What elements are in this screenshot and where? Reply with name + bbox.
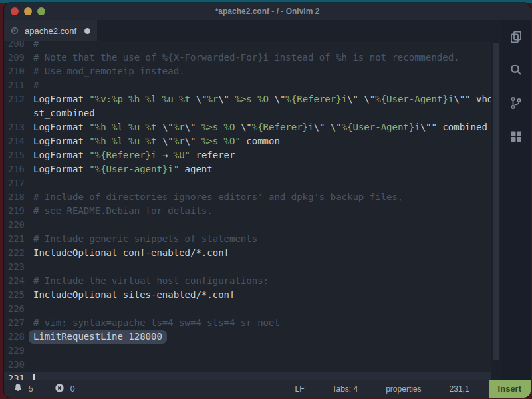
- editor-scrollbar[interactable]: [491, 41, 501, 380]
- code-line-227[interactable]: 227# vim: syntax=apache ts=4 sw=4 sts=4 …: [4, 316, 491, 330]
- code-line-216[interactable]: 216LogFormat "%{User-agent}i" agent: [4, 162, 491, 176]
- traffic-lights: [4, 7, 45, 15]
- close-button[interactable]: [11, 7, 19, 15]
- line-number: 229: [4, 344, 33, 358]
- status-bar: 5 0 LF Tabs: 4 properties 231,1 Insert: [4, 380, 531, 398]
- line-number: 224: [4, 274, 33, 288]
- code-line-223[interactable]: 223: [4, 260, 491, 274]
- minimize-button[interactable]: [24, 7, 32, 15]
- line-number: 209: [4, 51, 33, 65]
- code-line-225[interactable]: 225IncludeOptional sites-enabled/*.conf: [4, 288, 491, 302]
- line-number: 220: [4, 218, 33, 232]
- code-line-228[interactable]: 228LimitRequestLine 128000: [4, 330, 491, 344]
- vim-mode-badge: Insert: [489, 380, 531, 398]
- code-line-209[interactable]: 209# Note that the use of %{X-Forwarded-…: [4, 51, 491, 65]
- code-line-219[interactable]: 219# see README.Debian for details.: [4, 204, 491, 218]
- tab-bar: apache2.conf: [4, 20, 501, 41]
- line-number: 211: [4, 78, 33, 92]
- code-line-222[interactable]: 222IncludeOptional conf-enabled/*.conf: [4, 246, 491, 260]
- highlighted-text-pill: LimitRequestLine 128000: [29, 330, 167, 344]
- code-line-208[interactable]: 208#: [4, 41, 491, 51]
- line-number: 226: [4, 302, 33, 316]
- scrollbar-thumb[interactable]: [493, 43, 499, 360]
- search-icon[interactable]: [501, 53, 531, 86]
- source-control-icon[interactable]: [501, 86, 531, 120]
- line-number: 216: [4, 162, 33, 176]
- copy-pages-icon[interactable]: [501, 20, 531, 53]
- window-title: *apache2.conf - / - Onivim 2: [4, 7, 531, 16]
- titlebar: *apache2.conf - / - Onivim 2: [4, 3, 531, 20]
- code-rows: 208#209# Note that the use of %{X-Forwar…: [4, 41, 491, 380]
- onivim-window: *apache2.conf - / - Onivim 2 apache2.con…: [4, 3, 531, 398]
- line-number: 218: [4, 190, 33, 204]
- modified-dot-icon[interactable]: [84, 28, 90, 34]
- code-line-220[interactable]: 220: [4, 218, 491, 232]
- line-number: 214: [4, 134, 33, 148]
- tab-apache2-conf[interactable]: apache2.conf: [4, 20, 97, 41]
- line-number: [4, 106, 33, 120]
- line-number: 212: [4, 92, 33, 106]
- eol-indicator[interactable]: LF: [281, 384, 318, 394]
- code-line-wrap[interactable]: st_combined: [4, 106, 491, 120]
- errors-indicator[interactable]: 0: [55, 383, 75, 395]
- line-number: 227: [4, 316, 33, 330]
- line-number: 215: [4, 148, 33, 162]
- code-line-212[interactable]: 212LogFormat "%v:%p %h %l %u %t \"%r\" %…: [4, 92, 491, 106]
- filetype-indicator[interactable]: properties: [372, 384, 435, 394]
- notifications-indicator[interactable]: 5: [13, 383, 33, 394]
- line-number: 213: [4, 120, 33, 134]
- indentation-indicator[interactable]: Tabs: 4: [318, 384, 372, 394]
- line-number: 210: [4, 65, 33, 78]
- code-line-210[interactable]: 210# Use mod_remoteip instead.: [4, 65, 491, 78]
- line-number: 222: [4, 246, 33, 260]
- error-circle-icon: [55, 383, 65, 395]
- code-line-213[interactable]: 213LogFormat "%h %l %u %t \"%r\" %>s %O …: [4, 120, 491, 134]
- notification-count: 5: [29, 384, 33, 394]
- code-line-218[interactable]: 218# Include of directories ignores edit…: [4, 190, 491, 204]
- text-cursor: [33, 374, 35, 380]
- bell-icon: [13, 383, 23, 394]
- code-line-211[interactable]: 211#: [4, 78, 491, 92]
- code-line-214[interactable]: 214LogFormat "%h %l %u %t \"%r\" %>s %O"…: [4, 134, 491, 148]
- line-number: 217: [4, 176, 33, 190]
- code-line-231[interactable]: 231: [4, 372, 491, 380]
- code-line-230[interactable]: 230: [4, 358, 491, 372]
- line-number: 208: [4, 41, 33, 51]
- cursor-position-indicator[interactable]: 231,1: [436, 384, 483, 394]
- code-line-226[interactable]: 226: [4, 302, 491, 316]
- code-line-224[interactable]: 224# Include the virtual host configurat…: [4, 274, 491, 288]
- zoom-button[interactable]: [37, 7, 45, 15]
- code-line-215[interactable]: 215LogFormat "%{Referer}i → %U" referer: [4, 148, 491, 162]
- line-number: 221: [4, 232, 33, 246]
- activity-bar: [501, 20, 531, 380]
- error-count: 0: [70, 384, 75, 394]
- code-line-217[interactable]: 217: [4, 176, 491, 190]
- tab-label: apache2.conf: [25, 26, 78, 36]
- line-number: 219: [4, 204, 33, 218]
- code-line-221[interactable]: 221# Include generic snippets of stateme…: [4, 232, 491, 246]
- extensions-icon[interactable]: [501, 120, 531, 153]
- line-number: 223: [4, 260, 33, 274]
- editor-surface[interactable]: 208#209# Note that the use of %{X-Forwar…: [4, 41, 501, 380]
- line-number: 230: [4, 358, 33, 372]
- line-number: 231: [4, 372, 33, 380]
- code-line-229[interactable]: 229: [4, 344, 491, 358]
- line-number: 225: [4, 288, 33, 302]
- gear-filetype-icon: [11, 27, 19, 35]
